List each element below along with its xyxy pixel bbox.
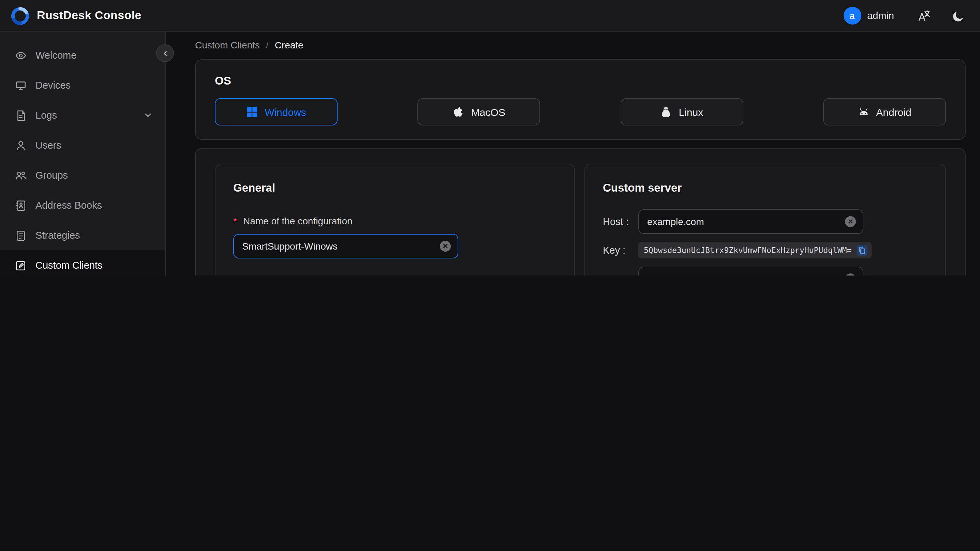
sidebar-item-label: Logs: [35, 110, 57, 121]
copy-icon[interactable]: [856, 245, 867, 256]
key-value: 5Qbwsde3unUcJBtrx9ZkvUmwFNoExHzpryHuPUdq…: [644, 245, 851, 255]
rustdesk-logo-icon: [11, 6, 29, 25]
os-button-android[interactable]: Android: [823, 98, 946, 126]
os-button-label: Linux: [679, 106, 703, 118]
breadcrumb: Custom Clients / Create: [195, 39, 966, 51]
host-input[interactable]: [647, 216, 840, 227]
breadcrumb-create: Create: [275, 40, 304, 51]
sidebar-item-groups[interactable]: Groups: [0, 160, 165, 190]
groups-icon: [15, 169, 27, 181]
sidebar-item-devices[interactable]: Devices: [0, 70, 165, 100]
os-button-label: Android: [876, 106, 911, 118]
breadcrumb-separator: /: [266, 40, 269, 51]
host-label: Host :: [603, 216, 638, 227]
custom-server-panel: Custom server Host : Key : 5Qbwsde3u: [584, 164, 946, 276]
os-button-windows[interactable]: Windows: [215, 98, 337, 126]
apple-icon: [453, 106, 465, 118]
address-books-icon: [15, 199, 27, 211]
key-value-chip: 5Qbwsde3unUcJBtrx9ZkvUmwFNoExHzpryHuPUdq…: [638, 242, 871, 258]
sidebar-item-label: Welcome: [35, 50, 76, 61]
sidebar-item-users[interactable]: Users: [0, 130, 165, 160]
clear-icon[interactable]: [845, 274, 856, 276]
sidebar-item-label: Groups: [35, 170, 68, 181]
api-field: [638, 267, 863, 276]
top-bar: RustDesk Console a admin: [0, 0, 980, 32]
host-field: [638, 209, 863, 234]
sidebar: Welcome Devices Logs: [0, 32, 166, 276]
os-button-label: MacOS: [471, 106, 505, 118]
sidebar-item-custom-clients[interactable]: Custom Clients: [0, 250, 165, 276]
configuration-section: General Name of the configuration Applic…: [195, 148, 966, 276]
config-name-input[interactable]: [242, 241, 434, 252]
host-row: Host :: [603, 209, 928, 234]
logs-icon: [15, 110, 27, 121]
sidebar-item-label: Custom Clients: [35, 260, 103, 271]
language-translate-icon[interactable]: [917, 9, 930, 22]
os-button-linux[interactable]: Linux: [620, 98, 743, 126]
custom-server-title: Custom server: [603, 181, 928, 194]
config-name-label: Name of the configuration: [233, 215, 557, 227]
api-input[interactable]: [647, 274, 840, 276]
os-options: Windows MacOS: [215, 98, 946, 126]
sidebar-item-logs[interactable]: Logs: [0, 100, 165, 130]
sidebar-item-label: Users: [35, 140, 61, 151]
clear-icon[interactable]: [440, 241, 451, 252]
os-button-label: Windows: [265, 106, 306, 118]
os-section: OS Windows: [195, 59, 966, 140]
custom-clients-icon: [15, 260, 27, 271]
devices-icon: [15, 80, 27, 91]
sidebar-item-label: Address Books: [35, 200, 102, 211]
dark-mode-moon-icon[interactable]: [952, 9, 965, 22]
header-actions: a admin: [843, 7, 969, 25]
sidebar-item-welcome[interactable]: Welcome: [0, 40, 165, 70]
general-panel: General Name of the configuration Applic…: [215, 164, 575, 276]
user-avatar[interactable]: a: [843, 7, 861, 25]
api-label: API :: [603, 274, 638, 276]
api-row: API :: [603, 267, 928, 276]
general-title: General: [233, 181, 557, 194]
users-icon: [15, 139, 27, 151]
chevron-down-icon: [143, 110, 153, 120]
windows-icon: [246, 106, 258, 118]
sidebar-item-label: Devices: [35, 80, 71, 91]
os-section-title: OS: [215, 74, 946, 87]
os-button-macos[interactable]: MacOS: [418, 98, 541, 126]
main-content: Custom Clients / Create OS Windo: [166, 32, 980, 276]
key-row: Key : 5Qbwsde3unUcJBtrx9ZkvUmwFNoExHzpry…: [603, 242, 928, 258]
config-name-field: [233, 234, 458, 258]
username[interactable]: admin: [867, 10, 894, 21]
rustdesk-console-page: RustDesk Console a admin: [0, 0, 980, 276]
app-title: RustDesk Console: [37, 9, 142, 22]
clear-icon[interactable]: [845, 216, 856, 227]
sidebar-item-address-books[interactable]: Address Books: [0, 190, 165, 220]
welcome-icon: [15, 49, 27, 61]
sidebar-item-label: Strategies: [35, 230, 80, 241]
android-icon: [858, 106, 869, 118]
sidebar-item-strategies[interactable]: Strategies: [0, 220, 165, 250]
breadcrumb-custom-clients[interactable]: Custom Clients: [195, 40, 260, 51]
linux-penguin-icon: [660, 106, 672, 118]
strategies-icon: [15, 229, 27, 241]
sidebar-collapse-button[interactable]: [156, 44, 174, 62]
key-label: Key :: [603, 245, 638, 256]
